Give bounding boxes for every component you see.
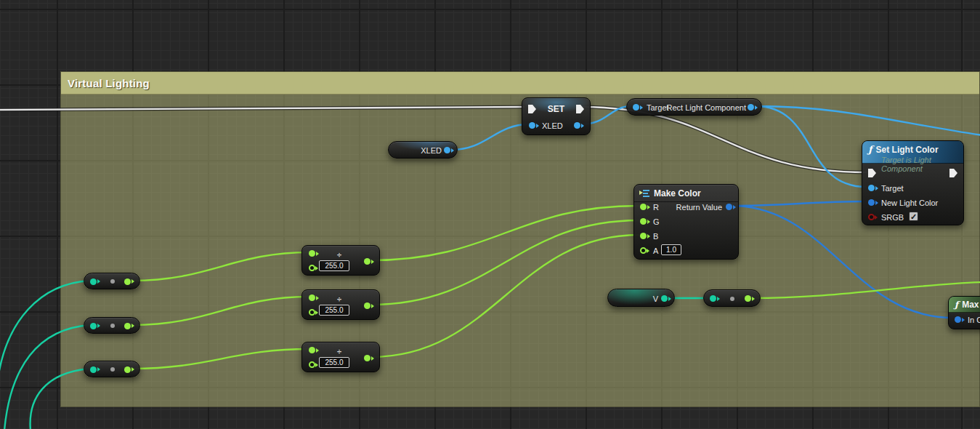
xled-getter-label: XLED [421, 146, 442, 155]
wire-offscreen-to-conv2[interactable] [4, 325, 90, 429]
dividend-pin[interactable] [309, 347, 315, 353]
node-divide-r[interactable]: ÷ 255.0 [301, 245, 380, 276]
divide-icon: ÷ [337, 250, 341, 259]
dividend-pin[interactable] [309, 250, 315, 257]
wire-conv2-to-div2[interactable] [131, 297, 309, 325]
g-pin-label: G [653, 217, 660, 226]
function-icon: ƒ [868, 144, 872, 155]
srgb-label: SRGB [881, 213, 904, 222]
result-pin[interactable] [364, 258, 370, 265]
wire-offscreen-to-conv3[interactable] [31, 369, 90, 429]
rect-light-component-label: Rect Light Component [667, 103, 746, 112]
function-icon: ƒ [955, 300, 958, 310]
conv-input-pin[interactable] [90, 323, 97, 329]
conv-input-pin[interactable] [90, 366, 97, 373]
srgb-pin[interactable] [868, 214, 875, 220]
node-xled-getter[interactable]: XLED [388, 141, 458, 159]
a-pin-label: A [653, 246, 658, 255]
target-pin-label: Target [881, 184, 904, 193]
node-byte-to-float-3[interactable] [84, 361, 140, 377]
r-pin-label: R [653, 203, 659, 212]
node-v-getter[interactable]: V [607, 289, 675, 307]
in-color-pin[interactable] [955, 316, 961, 323]
conversion-dot-icon [110, 367, 115, 372]
node-title: Make Color [654, 188, 701, 199]
wire-conv3-to-div3[interactable] [131, 349, 309, 369]
srgb-checkbox-checked[interactable]: ✓ [909, 212, 918, 221]
node-rect-light-component[interactable]: Target Rect Light Component [626, 98, 762, 116]
wire-div3-to-b[interactable] [370, 235, 639, 357]
conv-output-pin[interactable] [124, 323, 131, 329]
node-title: Max ( [962, 300, 980, 310]
conv-output-pin[interactable] [745, 295, 751, 302]
node-divide-g[interactable]: ÷ 255.0 [301, 289, 380, 320]
b-pin-label: B [653, 232, 658, 241]
divide-icon: ÷ [337, 294, 341, 303]
conv-output-pin[interactable] [124, 366, 131, 373]
dividend-pin[interactable] [309, 294, 315, 301]
divisor-value-field[interactable]: 255.0 [319, 260, 349, 271]
conversion-dot-icon [110, 324, 115, 328]
wire-exec-set-to-setlightcolor[interactable] [582, 107, 867, 172]
wire-rectlight-to-target[interactable] [756, 106, 866, 187]
conv-input-pin[interactable] [710, 295, 716, 302]
wire-layer [0, 0, 980, 429]
node-byte-to-float-v[interactable] [703, 289, 761, 307]
g-pin[interactable] [640, 218, 647, 225]
xled-input-pin[interactable] [529, 122, 535, 129]
divide-icon: ÷ [337, 347, 341, 356]
divisor-value-field[interactable]: 255.0 [319, 305, 349, 316]
result-pin[interactable] [364, 302, 370, 309]
exec-in-pin[interactable] [868, 169, 876, 177]
target-input-pin[interactable] [633, 104, 639, 111]
v-getter-label: V [653, 294, 658, 303]
b-pin[interactable] [640, 233, 647, 239]
xled-getter-output-pin[interactable] [444, 147, 450, 153]
a-value-field[interactable]: 1.0 [661, 244, 681, 255]
wire-xled-to-set[interactable] [452, 124, 529, 150]
conversion-dot-icon [110, 279, 115, 284]
new-light-color-label: New Light Color [881, 199, 938, 207]
node-set-light-color[interactable]: ƒSet Light Color Target is Light Compone… [862, 140, 964, 225]
return-value-pin[interactable] [726, 204, 732, 210]
node-byte-to-float-2[interactable] [84, 317, 140, 334]
a-pin[interactable] [640, 247, 647, 254]
node-header: Make Color [634, 185, 738, 202]
conv-input-pin[interactable] [90, 278, 97, 285]
node-header: ƒSet Light Color Target is Light Compone… [862, 141, 963, 164]
divisor-value-field[interactable]: 255.0 [319, 357, 349, 368]
result-pin[interactable] [364, 355, 370, 361]
node-header: ƒ Max ( [949, 297, 980, 313]
r-pin[interactable] [640, 204, 647, 210]
node-title: Set Light Color [876, 145, 939, 155]
conv-output-pin[interactable] [124, 278, 131, 285]
v-output-pin[interactable] [661, 295, 668, 302]
wire-div1-to-r[interactable] [370, 206, 639, 260]
node-divide-b[interactable]: ÷ 255.0 [301, 342, 380, 372]
make-struct-icon [639, 189, 649, 197]
return-value-label: Return Value [676, 203, 722, 212]
node-set-xled[interactable]: SET XLED [522, 97, 591, 135]
in-color-label: In Co [968, 316, 980, 324]
target-label: Target [647, 103, 669, 112]
wire-convv-to-offscreen[interactable] [750, 282, 980, 298]
xled-output-pin[interactable] [574, 122, 580, 129]
wire-makecolor-to-newlightcolor[interactable] [732, 201, 866, 206]
new-light-color-pin[interactable] [868, 199, 875, 206]
divisor-pin[interactable] [309, 309, 315, 316]
divisor-pin[interactable] [309, 265, 315, 271]
target-pin[interactable] [868, 185, 875, 191]
node-max-function[interactable]: ƒ Max ( In Co [948, 296, 980, 329]
xled-input-label: XLED [542, 121, 563, 130]
blueprint-graph-canvas[interactable]: Virtual Lighting SET [0, 0, 980, 429]
conversion-dot-icon [730, 297, 734, 301]
wire-rectlight-to-offscreen[interactable] [756, 106, 980, 135]
node-make-color[interactable]: Make Color R G B A 1.0 Return Value [633, 184, 739, 260]
node-byte-to-float-1[interactable] [84, 273, 140, 289]
divisor-pin[interactable] [309, 361, 315, 368]
wire-conv1-to-div1[interactable] [131, 252, 309, 281]
rect-light-output-pin[interactable] [748, 104, 754, 111]
